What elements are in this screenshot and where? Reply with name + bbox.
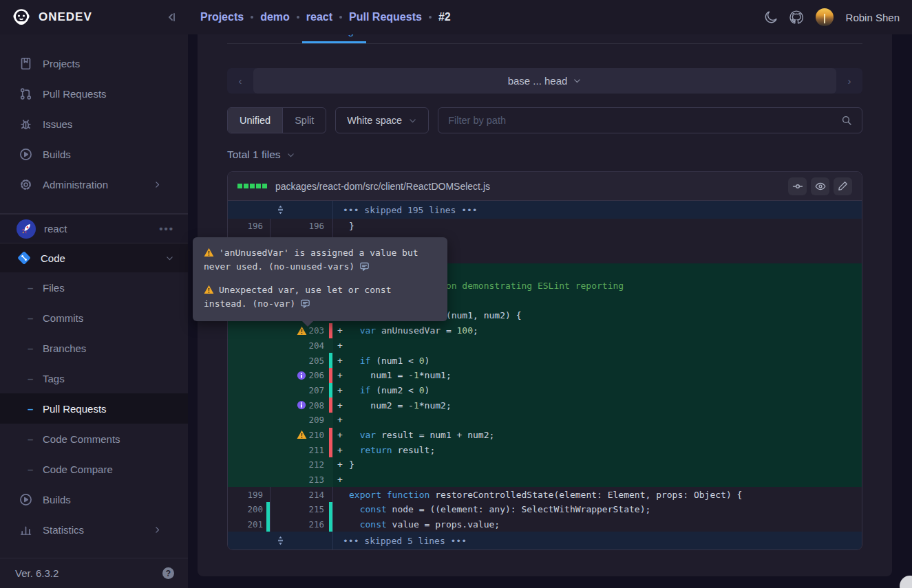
coverage-bar-new [329, 517, 332, 532]
diff-sign: + [337, 385, 349, 395]
diff-row-line-196[interactable]: 196196} [228, 219, 862, 234]
breadcrumb-react[interactable]: react [306, 11, 332, 23]
diff-row-line-209[interactable]: 209+ [228, 413, 862, 428]
sidebar-item-administration[interactable]: Administration [0, 169, 188, 199]
warning-icon[interactable] [297, 326, 307, 336]
diff-row-line-216[interactable]: 201216 const value = props.value; [228, 517, 862, 532]
breadcrumb-separator [297, 16, 299, 19]
next-file-arrow[interactable]: › [836, 75, 862, 87]
dash-bullet: – [28, 403, 43, 415]
dash-bullet: – [28, 464, 43, 475]
view-commit-button[interactable] [788, 177, 807, 195]
sidebar-item-issues[interactable]: Issues [0, 109, 188, 139]
sidebar-subitem-code-comments[interactable]: –Code Comments [0, 424, 188, 454]
diff-row-line-204[interactable]: 204+ [228, 338, 862, 353]
path-filter-input[interactable] [448, 115, 841, 126]
breadcrumb-demo[interactable]: demo [260, 11, 290, 23]
breadcrumb-pull-requests[interactable]: Pull Requests [349, 11, 422, 23]
diff-row-line-213[interactable]: 213+ [228, 472, 862, 488]
diff-row-line-210[interactable]: 210+ var result = num1 + num2; [228, 428, 862, 443]
diff-row-line-215[interactable]: 200215 const node = ((element: any): Sel… [228, 502, 862, 517]
sidebar-item-label: Pull Requests [43, 88, 174, 100]
revision-range-label: base ... head [508, 75, 568, 87]
sidebar-subitem-files[interactable]: –Files [0, 272, 188, 303]
sidebar-subitem-branches[interactable]: –Branches [0, 333, 188, 363]
dash-bullet: – [28, 282, 43, 294]
expand-lines-button[interactable] [228, 532, 333, 549]
project-avatar-icon [17, 219, 36, 239]
old-line-number: 201 [228, 517, 271, 532]
user-name[interactable]: Robin Shen [846, 12, 900, 23]
sidebar-subitem-tags[interactable]: –Tags [0, 363, 188, 393]
book-icon [18, 57, 33, 70]
search-icon[interactable] [841, 115, 852, 126]
sidebar-item-statistics[interactable]: Statistics [0, 514, 188, 545]
collapse-sidebar-icon[interactable] [166, 12, 177, 23]
user-avatar[interactable] [816, 8, 834, 26]
diff-row-line-206[interactable]: 206+ num1 = -1*num1; [228, 368, 862, 383]
new-line-number: 210 [271, 428, 333, 443]
old-line-number [228, 383, 271, 398]
gear-icon [18, 178, 33, 191]
breadcrumb-projects[interactable]: Projects [200, 11, 244, 23]
old-line-number: 200 [228, 502, 271, 517]
diff-row-line-205[interactable]: 205+ if (num1 < 0) [228, 353, 862, 368]
project-more-button[interactable]: ••• [159, 223, 174, 235]
add-comment-icon[interactable] [300, 298, 310, 309]
diff-row-line-203[interactable]: 203+ var anUnusedVar = 100; [228, 323, 862, 338]
lint-problem: Unexpected var, use let or const instead… [204, 283, 436, 311]
sidebar-subitem-label: Files [43, 282, 174, 294]
sidebar-item-label: Statistics [43, 524, 149, 536]
sidebar-item-builds[interactable]: Builds [0, 484, 188, 514]
sidebar-subitem-label: Code Comments [43, 433, 174, 445]
expand-lines-button[interactable] [228, 201, 333, 219]
sidebar-subitem-code-compare[interactable]: –Code Compare [0, 454, 188, 484]
coverage-bar-new [329, 368, 332, 383]
dark-mode-icon[interactable] [765, 11, 777, 23]
onedev-logo-icon [11, 7, 32, 28]
warning-icon[interactable] [297, 430, 307, 439]
previous-file-arrow[interactable]: ‹ [227, 75, 253, 87]
code-content: export function restoreControlledState(e… [333, 487, 862, 502]
add-comment-icon[interactable] [359, 261, 370, 272]
version-label: Ver. 6.3.2 [15, 567, 59, 579]
edit-file-button[interactable] [834, 177, 852, 195]
total-files-toggle[interactable]: Total 1 files [227, 149, 862, 161]
revision-selector-button[interactable]: base ... head [253, 68, 836, 94]
change-block-square [237, 184, 242, 188]
info-icon[interactable] [297, 371, 306, 380]
code-content: + var result = num1 + num2; [333, 428, 862, 443]
sidebar-subitem-label: Branches [43, 342, 174, 354]
chevron-down-icon [286, 151, 295, 160]
sidebar-subitem-pull-requests[interactable]: –Pull Requests [0, 393, 188, 424]
whitespace-dropdown[interactable]: White space [335, 107, 429, 133]
revision-range-bar: ‹ base ... head › [227, 68, 862, 94]
view-file-button[interactable] [811, 177, 829, 195]
sidebar-item-builds[interactable]: Builds [0, 139, 188, 169]
floating-button-peek[interactable] [900, 576, 912, 588]
diff-row-line-207[interactable]: 207+ if (num2 < 0) [228, 383, 862, 398]
sidebar-item-projects[interactable]: Projects [0, 48, 188, 78]
info-icon[interactable] [297, 400, 306, 410]
old-line-number [228, 368, 271, 383]
sidebar-item-label: Builds [43, 149, 174, 160]
code-content: + var anUnusedVar = 100; [333, 323, 862, 338]
sidebar-project-react[interactable]: react ••• [0, 214, 188, 243]
play-icon [18, 148, 33, 161]
diff-row-line-208[interactable]: 208+ num2 = -1*num2; [228, 398, 862, 413]
help-icon[interactable]: ? [162, 567, 174, 579]
sidebar-subitem-commits[interactable]: –Commits [0, 303, 188, 333]
diff-row-line-211[interactable]: 211+ return result; [228, 442, 862, 457]
code-content: + if (num2 < 0) [333, 383, 862, 398]
warning-icon [204, 285, 214, 294]
diff-row-line-212[interactable]: 212+} [228, 457, 862, 472]
github-icon[interactable] [789, 10, 803, 24]
unified-mode-button[interactable]: Unified [228, 108, 282, 133]
sidebar-item-pull-requests[interactable]: Pull Requests [0, 78, 188, 109]
sidebar-section-code[interactable]: Code [0, 243, 188, 272]
dash-bullet: – [28, 342, 43, 354]
new-line-number: 204 [271, 338, 333, 353]
split-mode-button[interactable]: Split [282, 108, 326, 133]
diff-row-line-214[interactable]: 199214export function restoreControlledS… [228, 487, 862, 502]
breadcrumb-separator [339, 16, 342, 19]
